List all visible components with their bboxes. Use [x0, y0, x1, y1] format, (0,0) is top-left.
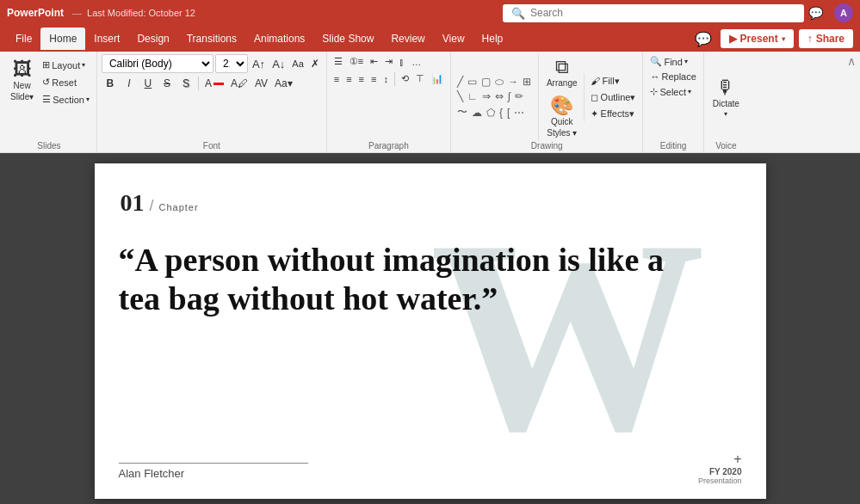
shape-effects-button[interactable]: ✦ Effects▾ [588, 107, 639, 121]
shape-rect[interactable]: ▭ [466, 75, 479, 89]
tab-animations[interactable]: Animations [245, 28, 313, 50]
decrease-font-button[interactable]: A↓ [269, 56, 288, 72]
tab-review[interactable]: Review [382, 28, 433, 50]
avatar[interactable]: A [834, 3, 853, 22]
search-input[interactable] [530, 7, 795, 19]
shape-rounded[interactable]: ▢ [479, 75, 492, 89]
underline-button[interactable]: U [139, 76, 157, 91]
chat-icon[interactable]: 💬 [804, 4, 827, 22]
strikethrough-button[interactable]: S [158, 76, 176, 91]
columns-button[interactable]: ⫿ [397, 55, 407, 69]
decrease-indent-button[interactable]: ⇤ [368, 54, 381, 69]
bold-button[interactable]: B [102, 76, 119, 91]
increase-indent-button[interactable]: ⇥ [382, 54, 395, 69]
justify-button[interactable]: ≡ [368, 72, 379, 86]
quick-styles-label2: Styles ▾ [547, 128, 577, 138]
section-label: Section [53, 95, 84, 105]
slide-canvas[interactable]: W 01 / Chapter “A person without imagina… [95, 163, 766, 499]
layout-button[interactable]: ⊞ Layout ▾ [40, 58, 92, 72]
editing-group-label: Editing [647, 141, 698, 152]
replace-icon: ↔ [650, 71, 659, 82]
italic-button[interactable]: I [121, 76, 138, 91]
highlight-button[interactable]: A🖊 [228, 76, 251, 91]
new-slide-button[interactable]: 🖼 New Slide▾ [6, 57, 38, 105]
search-icon: 🔍 [511, 7, 525, 20]
reset-button[interactable]: ↺ Reset [40, 75, 92, 89]
tab-home[interactable]: Home [40, 28, 85, 50]
shape-arrow[interactable]: → [506, 75, 520, 89]
tab-help[interactable]: Help [473, 28, 512, 50]
font-size-input[interactable]: Aa▾ [272, 76, 295, 91]
chapter-number: 01 [121, 189, 145, 217]
para-more-button[interactable]: … [409, 55, 424, 69]
shape-cloud[interactable]: ☁ [470, 106, 484, 120]
shape-brace[interactable]: { [498, 106, 504, 120]
chapter-label: Chapter [159, 202, 199, 212]
shape-freeform[interactable]: ✏ [513, 89, 525, 103]
dictate-label: Dictate [713, 99, 739, 108]
slides-group: 🖼 New Slide▾ ⊞ Layout ▾ ↺ Reset [2, 52, 97, 152]
slide-footer: + FY 2020 Presentation [698, 452, 742, 485]
font-size-selector[interactable]: 21 [215, 54, 248, 73]
increase-font-button[interactable]: A↑ [250, 56, 268, 72]
new-slide-label2: Slide▾ [10, 92, 34, 101]
ribbon-collapse-button[interactable]: ∧ [847, 54, 856, 68]
share-button[interactable]: ↑ Share [799, 29, 853, 48]
watermark-letter: W [430, 198, 689, 473]
tab-insert[interactable]: Insert [85, 28, 128, 50]
shape-more[interactable]: ⊞ [521, 75, 533, 89]
shape-angle[interactable]: ∟ [466, 89, 479, 103]
footer-year: FY 2020 [698, 467, 742, 476]
present-icon: ▶ [729, 33, 737, 45]
quick-styles-button[interactable]: 🎨 Quick Styles ▾ [542, 93, 582, 141]
shape-double-arrow[interactable]: ⇔ [493, 89, 505, 103]
char-spacing-button[interactable]: AV [252, 76, 270, 91]
text-dir-button[interactable]: ⟲ [399, 71, 411, 86]
slide-quote[interactable]: “A person without imagination is like a … [119, 241, 697, 318]
find-button[interactable]: 🔍 Find ▾ [647, 54, 690, 69]
section-button[interactable]: ☰ Section ▾ [40, 92, 92, 107]
shape-fill-button[interactable]: 🖌 Fill▾ [588, 74, 639, 89]
replace-button[interactable]: ↔ Replace [647, 70, 698, 83]
layout-icon: ⊞ [42, 59, 50, 71]
search-bar[interactable]: 🔍 [503, 4, 804, 22]
numbering-button[interactable]: ①≡ [347, 54, 366, 69]
select-button[interactable]: ⊹ Select ▾ [647, 84, 694, 99]
tab-slideshow[interactable]: Slide Show [313, 28, 382, 50]
font-family-selector[interactable]: Calibri (Body) [102, 54, 213, 73]
align-center-button[interactable]: ≡ [343, 72, 354, 86]
shape-line[interactable]: ╱ [455, 75, 465, 89]
arrange-label: Arrange [547, 78, 578, 88]
shape-line2[interactable]: ╲ [455, 89, 465, 103]
dictate-button[interactable]: 🎙 Dictate ▾ [708, 75, 744, 121]
shadow-button[interactable]: S [177, 76, 195, 91]
change-case-button[interactable]: Aa [289, 57, 306, 71]
editing-group: 🔍 Find ▾ ↔ Replace ⊹ Select ▾ [643, 52, 703, 152]
drawing-group-label: Drawing [455, 141, 639, 152]
tab-file[interactable]: File [7, 28, 40, 50]
section-icon: ☰ [42, 94, 51, 105]
clear-format-button[interactable]: ✗ [308, 56, 322, 71]
shape-pentagon[interactable]: ⬠ [485, 106, 497, 120]
present-button[interactable]: ▶ Present ▾ [721, 29, 794, 48]
tab-design[interactable]: Design [128, 28, 177, 50]
comments-icon[interactable]: 💬 [691, 28, 715, 51]
tab-view[interactable]: View [434, 28, 473, 50]
shape-arrow2[interactable]: ⇒ [480, 89, 492, 103]
shape-more2[interactable]: ⋯ [512, 106, 526, 120]
font-color-button[interactable]: A [202, 76, 226, 91]
shape-curve[interactable]: ∫ [506, 89, 512, 103]
align-left-button[interactable]: ≡ [331, 72, 342, 86]
app-name: PowerPoint [7, 7, 64, 19]
shape-bracket[interactable]: [ [505, 106, 511, 120]
shape-outline-button[interactable]: ◻ Outline▾ [588, 90, 639, 105]
shape-wavy[interactable]: 〜 [455, 104, 469, 120]
text-align-button[interactable]: ⊤ [413, 71, 427, 86]
line-spacing-button[interactable]: ↕ [381, 72, 391, 86]
shape-oval[interactable]: ⬭ [493, 75, 505, 89]
align-right-button[interactable]: ≡ [356, 72, 367, 86]
tab-transitions[interactable]: Transitions [178, 28, 245, 50]
bullets-button[interactable]: ☰ [331, 54, 345, 69]
arrange-button[interactable]: ⧉ Arrange [542, 54, 582, 91]
smartart-button[interactable]: 📊 [429, 71, 446, 86]
